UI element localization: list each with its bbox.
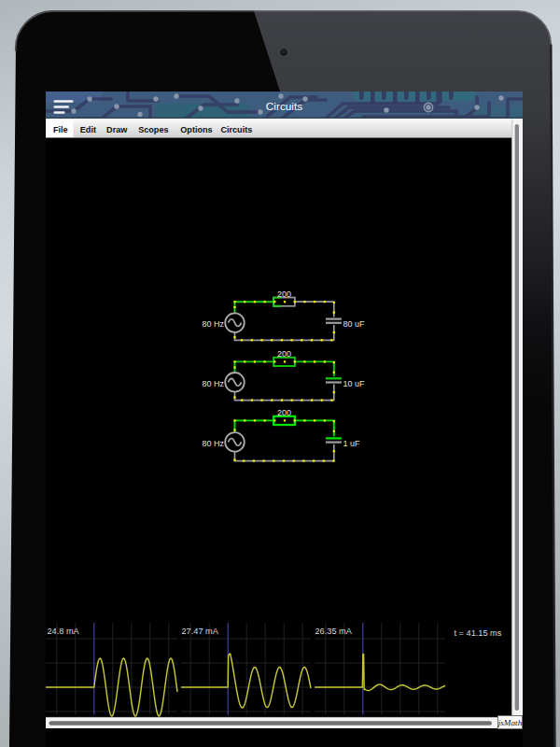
- svg-text:26.35 mA: 26.35 mA: [315, 627, 353, 636]
- svg-text:80 Hz: 80 Hz: [202, 379, 224, 388]
- svg-text:File: File: [53, 125, 68, 134]
- svg-text:jsMath: jsMath: [497, 718, 523, 727]
- svg-text:80 uF: 80 uF: [343, 319, 366, 329]
- svg-text:80 Hz: 80 Hz: [202, 439, 224, 448]
- svg-text:10 uF: 10 uF: [343, 379, 366, 388]
- svg-text:200: 200: [277, 289, 291, 299]
- svg-text:Circuits: Circuits: [266, 100, 302, 113]
- svg-text:Options: Options: [180, 125, 212, 134]
- svg-text:t = 41.15 ms: t = 41.15 ms: [455, 628, 502, 638]
- svg-text:Scopes: Scopes: [138, 125, 168, 134]
- svg-text:200: 200: [277, 408, 291, 417]
- svg-text:24.8 mA: 24.8 mA: [48, 627, 80, 636]
- svg-text:80 Hz: 80 Hz: [202, 319, 224, 329]
- svg-text:Edit: Edit: [80, 125, 96, 134]
- svg-text:27.47 mA: 27.47 mA: [182, 627, 219, 636]
- svg-text:1 uF: 1 uF: [343, 439, 361, 448]
- svg-text:Circuits: Circuits: [220, 125, 252, 134]
- svg-text:200: 200: [277, 349, 291, 359]
- svg-text:Draw: Draw: [106, 125, 128, 134]
